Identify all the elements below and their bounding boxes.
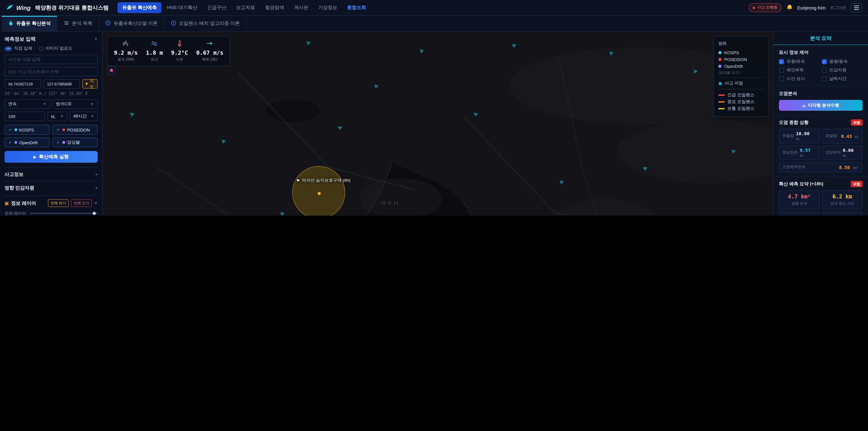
model-chip-kosps[interactable]: ✓KOSPS <box>4 125 50 135</box>
map-pin-icon <box>86 82 88 86</box>
model-chip-opendrift[interactable]: ✓OpenDrift <box>4 137 50 147</box>
longitude-input[interactable] <box>43 79 80 89</box>
tab-2[interactable]: 분석 목록 <box>58 16 99 31</box>
master-opacity-slider[interactable] <box>30 213 98 214</box>
checkbox[interactable] <box>822 76 827 81</box>
legend-fence-line <box>718 95 725 96</box>
forecast-cards: 4.7 km²영향 면적6.2 km최대 확산 거리NE 42°주 확산 방향0… <box>779 190 863 216</box>
model-chip-앙상블[interactable]: ✓앙상블 <box>53 137 98 147</box>
radio-dot <box>4 46 12 51</box>
pollution-status-title: 오염 종합 상황 <box>779 119 809 126</box>
duration-select[interactable]: 48시간▼ <box>70 112 98 121</box>
accident-name-input[interactable] <box>4 55 98 64</box>
pollution-status-cells: 유출량10.00 kL증발량0.43 kL해상잔존9.57 kL인양부착0.00… <box>779 129 863 172</box>
unit-value: kL <box>51 114 56 119</box>
display-control-options: 유향/유속풍향/풍속해안부착민감자원시간 표시날짜시간 <box>779 59 863 82</box>
radio-direct-label: 직접 입력 <box>14 45 32 52</box>
sidebar-header[interactable]: 예측정보 입력 ▼ <box>4 36 98 42</box>
oil-type-value: 벙커C유 <box>56 101 72 107</box>
legend-model-label: KOSPS <box>724 50 739 55</box>
status-cell-unit: km² <box>851 166 859 170</box>
display-option-2[interactable]: 풍향/풍속 <box>822 59 863 65</box>
analysis-summary-tab[interactable]: 분석 요약 <box>774 32 868 45</box>
play-icon: ▶ <box>33 155 36 159</box>
check-icon: ✓ <box>8 127 12 132</box>
weather-label: 풍속 (SW) <box>118 57 134 62</box>
unit-select[interactable]: kL▼ <box>48 112 67 121</box>
city-label-yeosu: 여수시 <box>381 200 400 207</box>
legend-color-dot <box>718 65 721 68</box>
nav-item-1[interactable]: 유출유 확산예측 <box>118 2 161 13</box>
radio-direct-input[interactable]: 직접 입력 <box>4 45 32 52</box>
legend-fence-line <box>718 101 725 102</box>
status-cell-4: 인양부착0.00 kL <box>822 146 863 160</box>
wave-icon <box>151 40 158 49</box>
spill-type-select[interactable]: 연속▼ <box>4 99 50 109</box>
drop-tab-icon <box>8 20 13 27</box>
pick-on-map-button[interactable]: 지도 <box>82 79 98 89</box>
tab-label: 오일펜스 배치 알고리즘 이론 <box>179 20 240 27</box>
legend-model-label: OpenDrift <box>724 64 743 69</box>
nav-item-6[interactable]: 게시판 <box>289 2 313 13</box>
map-marker-control[interactable] <box>107 66 116 74</box>
legend-model-entries: KOSPSPOSEIDONOpenDrift <box>718 49 764 70</box>
display-option-3[interactable]: 해안부착 <box>779 67 820 73</box>
nav-item-3[interactable]: 긴급구난 <box>203 2 231 13</box>
logout-link[interactable]: 로그아웃 <box>830 5 846 11</box>
tab-4[interactable]: 오일펜스 배치 알고리즘 이론 <box>164 16 247 31</box>
weather-item-2: 1.8 m파고 <box>146 40 163 62</box>
forecast-card-4: 0.35 m/s확산 속도 <box>822 212 863 216</box>
coordinates-dms-text: 34° 44' 30.58" N / 127° 40' 25.89" E <box>4 91 98 96</box>
display-option-1[interactable]: 유향/유속 <box>779 59 820 65</box>
model-label: KOSPS <box>19 127 34 132</box>
legend-fence-label: 중요 오일펜스 <box>727 99 754 105</box>
latitude-input[interactable] <box>4 79 41 89</box>
forecast-value: 4.7 km² <box>788 193 811 200</box>
display-option-4[interactable]: 민감자원 <box>822 67 863 73</box>
status-cell-unit: kL <box>853 134 859 138</box>
current-icon <box>207 40 213 49</box>
layers-all-off-button[interactable]: 전체 끄기 <box>71 199 92 207</box>
radio-image-upload[interactable]: 이미지 업로드 <box>39 45 72 52</box>
nav-item-5[interactable]: 항공탐색 <box>260 2 289 13</box>
forecast-value: NE 42° <box>789 215 809 216</box>
checkbox[interactable] <box>779 76 784 81</box>
bell-icon[interactable] <box>786 4 793 11</box>
layers-all-on-button[interactable]: 전체 켜기 <box>48 199 68 207</box>
hamburger-menu-button[interactable] <box>851 3 862 12</box>
pollution-analysis-section: 오염분석 ▱다각형 분석수행 <box>774 86 868 115</box>
map-canvas[interactable]: ⚑여자만 습지보호구역 (6h) ◉웅포 해수욕장 (1h) ◉국동 전복 양식… <box>103 32 773 216</box>
checkbox[interactable] <box>779 59 784 64</box>
sidebar-section-1[interactable]: 사고정보▸ <box>4 167 98 181</box>
polygon-analysis-button[interactable]: ▱다각형 분석수행 <box>779 100 863 111</box>
accident-list-input[interactable] <box>4 67 98 76</box>
tab-3[interactable]: 유출유확산모델 이론 <box>99 16 164 31</box>
oil-type-select[interactable]: 벙커C유▼ <box>52 99 98 109</box>
nav-item-4[interactable]: 보고자료 <box>232 2 260 13</box>
run-prediction-button[interactable]: ▶확산예측 실행 <box>4 151 98 163</box>
display-option-6[interactable]: 날짜시간 <box>822 76 863 82</box>
status-cell-label: 오염해역면적 <box>782 164 806 170</box>
slider-knob[interactable] <box>93 212 96 215</box>
display-option-5[interactable]: 시간 표시 <box>779 76 820 82</box>
protected-zone-text: 여자만 습지보호구역 (6h) <box>302 178 350 184</box>
nav-item-7[interactable]: 기상정보 <box>314 2 342 13</box>
checkbox[interactable] <box>779 68 784 73</box>
checkbox[interactable] <box>822 68 827 73</box>
nav-item-8[interactable]: 통합조회 <box>343 2 371 13</box>
nav-item-2[interactable]: HNS·대기확산 <box>162 2 202 13</box>
status-cell-unit: kL <box>843 154 847 158</box>
legend-fence-label: 긴급 오일펜스 <box>727 92 754 98</box>
sidebar-section-2[interactable]: 영향 민감자원▸ <box>4 181 98 194</box>
main-menu: 유출유 확산예측HNS·대기확산긴급구난보고자료항공탐색게시판기상정보통합조회 <box>118 2 744 13</box>
model-label: OpenDrift <box>19 140 37 145</box>
model-chip-poseidon[interactable]: ✓POSEIDON <box>53 125 98 135</box>
tab-1[interactable]: 유출유 확산분석 <box>2 16 58 31</box>
incident-point-icon <box>718 82 722 85</box>
checkbox[interactable] <box>822 59 827 64</box>
tab-label: 유출유 확산분석 <box>16 20 51 27</box>
amount-input[interactable] <box>4 112 45 121</box>
prediction-input-sidebar: 예측정보 입력 ▼ 직접 입력 이미지 업로드 지도 34° 44' 30.58… <box>0 32 103 216</box>
legend-incident-entry: 사고 지점 <box>718 80 764 87</box>
user-name[interactable]: Eunjeong Kim <box>797 5 826 10</box>
